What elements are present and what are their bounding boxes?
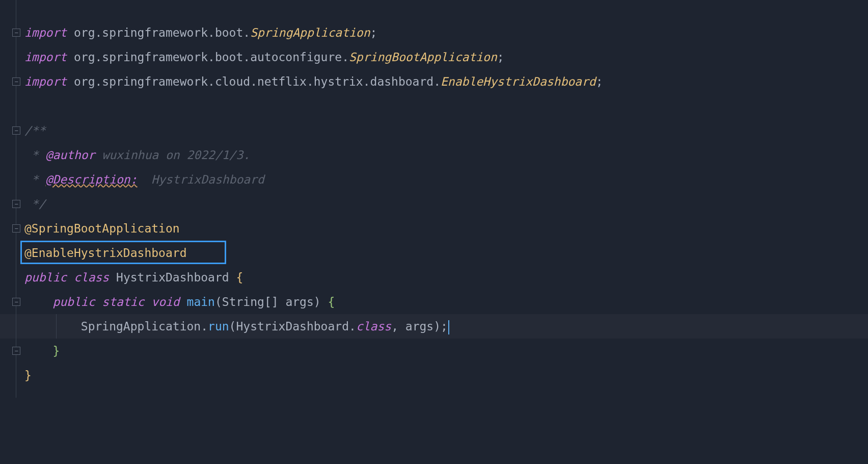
dot: .	[201, 320, 208, 333]
semicolon: ;	[596, 75, 603, 88]
doc-tag-author: @author	[46, 148, 95, 162]
fold-minus-icon[interactable]: −	[12, 29, 20, 37]
fold-minus-icon[interactable]: −	[12, 224, 20, 233]
fold-minus-icon[interactable]: −	[12, 347, 20, 355]
text-cursor	[448, 320, 449, 334]
keyword-import: import	[24, 50, 67, 64]
semicolon: ;	[441, 320, 448, 333]
annotation-springboot: @SpringBootApplication	[24, 222, 180, 235]
fold-gutter: − − − − − − −	[0, 20, 22, 408]
paren-open: (	[229, 320, 236, 333]
doc-prefix: *	[24, 148, 46, 162]
keyword-void: void	[151, 295, 179, 308]
package-path: org.springframework.cloud.netflix.hystri…	[74, 75, 441, 88]
keyword-public: public	[52, 295, 95, 308]
argument: args	[398, 320, 433, 333]
code-line[interactable]: * @author wuxinhua on 2022/1/3.	[24, 143, 868, 167]
indent	[24, 344, 52, 357]
annotation-enablehystrix: @EnableHystrixDashboard	[24, 246, 187, 260]
doc-comment-close: */	[24, 197, 46, 211]
indent-guide	[56, 314, 57, 339]
doc-tag-description: @Description:	[46, 173, 138, 186]
method-name: main	[187, 295, 215, 308]
method-call: run	[208, 320, 229, 333]
paren-open: (	[215, 295, 222, 308]
comma: ,	[391, 320, 398, 333]
paren-close: )	[433, 320, 441, 333]
blank-line[interactable]	[24, 94, 868, 118]
class-reference: SpringApplication	[81, 320, 201, 333]
fold-minus-icon[interactable]: −	[12, 200, 20, 208]
code-line[interactable]: import org.springframework.boot.autoconf…	[24, 45, 868, 69]
class-reference: SpringBootApplication	[349, 50, 497, 64]
keyword-static: static	[102, 295, 144, 308]
doc-prefix: *	[24, 173, 46, 186]
code-line[interactable]: }	[24, 363, 868, 388]
code-line[interactable]: @EnableHystrixDashboard	[24, 241, 868, 265]
fold-minus-icon[interactable]: −	[12, 126, 20, 135]
class-reference: SpringApplication	[250, 26, 370, 39]
package-path: org.springframework.boot.autoconfigure.	[74, 50, 349, 64]
code-line[interactable]: }	[24, 339, 868, 363]
brace-close: }	[52, 344, 60, 357]
code-line[interactable]: public class HystrixDashboard {	[24, 265, 868, 290]
code-line[interactable]: SpringApplication.run(HystrixDashboard.c…	[24, 314, 868, 339]
code-line[interactable]: import org.springframework.cloud.netflix…	[24, 69, 868, 94]
doc-comment-open: /**	[24, 124, 46, 137]
class-reference: HystrixDashboard	[236, 320, 349, 333]
code-line[interactable]: * @Description: HystrixDashboard	[24, 167, 868, 192]
param-type: String[]	[222, 295, 279, 308]
indent	[24, 320, 81, 333]
code-line[interactable]: */	[24, 192, 868, 216]
doc-author-text: wuxinhua on 2022/1/3.	[95, 148, 250, 162]
fold-minus-icon[interactable]: −	[12, 298, 20, 306]
param-name: args	[279, 295, 314, 308]
brace-open: {	[236, 271, 243, 284]
keyword-import: import	[24, 26, 67, 39]
keyword-class: class	[74, 271, 109, 284]
code-line[interactable]: import org.springframework.boot.SpringAp…	[24, 20, 868, 45]
semicolon: ;	[497, 50, 504, 64]
code-line[interactable]: @SpringBootApplication	[24, 216, 868, 241]
class-name: HystrixDashboard	[116, 271, 229, 284]
dot: .	[349, 320, 356, 333]
semicolon: ;	[370, 26, 377, 39]
fold-minus-icon[interactable]: −	[12, 78, 20, 86]
package-path: org.springframework.boot.	[74, 26, 250, 39]
code-line[interactable]: /**	[24, 118, 868, 143]
paren-close: )	[314, 295, 321, 308]
class-reference: EnableHystrixDashboard	[441, 75, 596, 88]
keyword-class: class	[356, 320, 391, 333]
keyword-import: import	[24, 75, 67, 88]
keyword-public: public	[24, 271, 67, 284]
brace-open: {	[328, 295, 335, 308]
doc-desc-text: HystrixDashboard	[138, 173, 264, 186]
code-editor[interactable]: − − − − − − − import org.springframework…	[0, 0, 868, 388]
indent	[24, 295, 52, 308]
code-line[interactable]: public static void main(String[] args) {	[24, 290, 868, 314]
brace-close: }	[24, 369, 32, 382]
